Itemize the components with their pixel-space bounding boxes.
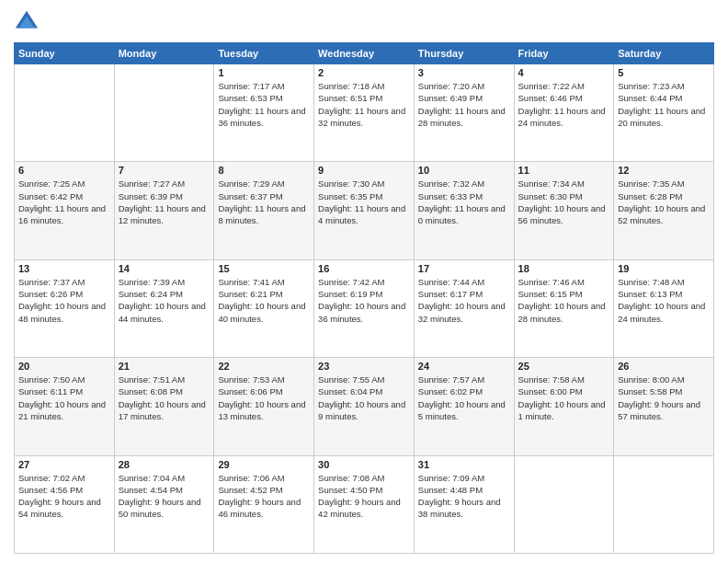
- calendar-cell: 16Sunrise: 7:42 AM Sunset: 6:19 PM Dayli…: [314, 259, 415, 357]
- calendar-cell: 30Sunrise: 7:08 AM Sunset: 4:50 PM Dayli…: [314, 455, 415, 553]
- calendar-week-row: 1Sunrise: 7:17 AM Sunset: 6:53 PM Daylig…: [15, 64, 714, 162]
- calendar-cell: 22Sunrise: 7:53 AM Sunset: 6:06 PM Dayli…: [214, 358, 314, 455]
- cell-sun-info: Sunrise: 7:32 AM Sunset: 6:33 PM Dayligh…: [418, 178, 510, 226]
- calendar-cell: 15Sunrise: 7:41 AM Sunset: 6:21 PM Dayli…: [214, 259, 314, 357]
- cell-day-number: 14: [119, 263, 210, 274]
- cell-sun-info: Sunrise: 7:58 AM Sunset: 6:00 PM Dayligh…: [518, 373, 610, 422]
- calendar-cell: [614, 455, 714, 553]
- cell-sun-info: Sunrise: 7:27 AM Sunset: 6:39 PM Dayligh…: [119, 178, 210, 226]
- calendar-cell: 8Sunrise: 7:29 AM Sunset: 6:37 PM Daylig…: [214, 162, 314, 259]
- cell-sun-info: Sunrise: 7:44 AM Sunset: 6:17 PM Dayligh…: [418, 276, 510, 325]
- cell-day-number: 21: [119, 361, 210, 372]
- calendar-cell: [514, 455, 614, 553]
- cell-day-number: 31: [418, 459, 510, 470]
- logo: [14, 9, 43, 35]
- calendar-cell: [114, 64, 214, 162]
- cell-sun-info: Sunrise: 7:35 AM Sunset: 6:28 PM Dayligh…: [618, 178, 710, 226]
- calendar-cell: 23Sunrise: 7:55 AM Sunset: 6:04 PM Dayli…: [314, 358, 415, 455]
- cell-sun-info: Sunrise: 7:06 AM Sunset: 4:52 PM Dayligh…: [218, 472, 310, 521]
- cell-day-number: 7: [119, 165, 210, 176]
- weekday-header: Saturday: [614, 43, 714, 64]
- cell-sun-info: Sunrise: 7:51 AM Sunset: 6:08 PM Dayligh…: [119, 373, 210, 422]
- cell-sun-info: Sunrise: 7:29 AM Sunset: 6:37 PM Dayligh…: [218, 178, 310, 226]
- cell-day-number: 11: [518, 165, 610, 176]
- cell-day-number: 1: [218, 67, 310, 78]
- calendar-cell: 29Sunrise: 7:06 AM Sunset: 4:52 PM Dayli…: [214, 455, 314, 553]
- calendar-week-row: 6Sunrise: 7:25 AM Sunset: 6:42 PM Daylig…: [15, 162, 714, 259]
- cell-sun-info: Sunrise: 7:23 AM Sunset: 6:44 PM Dayligh…: [618, 80, 710, 129]
- cell-day-number: 2: [318, 67, 410, 78]
- cell-sun-info: Sunrise: 7:42 AM Sunset: 6:19 PM Dayligh…: [318, 276, 410, 325]
- cell-day-number: 27: [18, 459, 110, 470]
- calendar-cell: 28Sunrise: 7:04 AM Sunset: 4:54 PM Dayli…: [114, 455, 214, 553]
- cell-sun-info: Sunrise: 7:34 AM Sunset: 6:30 PM Dayligh…: [518, 178, 610, 226]
- calendar-cell: 3Sunrise: 7:20 AM Sunset: 6:49 PM Daylig…: [414, 64, 514, 162]
- weekday-header: Thursday: [414, 43, 514, 64]
- cell-sun-info: Sunrise: 8:00 AM Sunset: 5:58 PM Dayligh…: [618, 373, 710, 422]
- cell-day-number: 25: [518, 361, 610, 372]
- calendar-cell: 20Sunrise: 7:50 AM Sunset: 6:11 PM Dayli…: [15, 358, 115, 455]
- cell-day-number: 18: [518, 263, 610, 274]
- calendar-cell: 19Sunrise: 7:48 AM Sunset: 6:13 PM Dayli…: [614, 259, 714, 357]
- cell-sun-info: Sunrise: 7:04 AM Sunset: 4:54 PM Dayligh…: [119, 472, 210, 521]
- cell-sun-info: Sunrise: 7:09 AM Sunset: 4:48 PM Dayligh…: [418, 472, 510, 521]
- calendar-cell: 4Sunrise: 7:22 AM Sunset: 6:46 PM Daylig…: [514, 64, 614, 162]
- cell-day-number: 17: [418, 263, 510, 274]
- cell-day-number: 19: [618, 263, 710, 274]
- cell-day-number: 15: [218, 263, 310, 274]
- weekday-header: Friday: [514, 43, 614, 64]
- cell-day-number: 8: [218, 165, 310, 176]
- cell-sun-info: Sunrise: 7:37 AM Sunset: 6:26 PM Dayligh…: [18, 276, 110, 325]
- calendar-cell: 17Sunrise: 7:44 AM Sunset: 6:17 PM Dayli…: [414, 259, 514, 357]
- calendar-cell: 26Sunrise: 8:00 AM Sunset: 5:58 PM Dayli…: [614, 358, 714, 455]
- calendar-header-row: SundayMondayTuesdayWednesdayThursdayFrid…: [15, 43, 714, 64]
- calendar-cell: 1Sunrise: 7:17 AM Sunset: 6:53 PM Daylig…: [214, 64, 314, 162]
- cell-day-number: 13: [18, 263, 110, 274]
- calendar-cell: 9Sunrise: 7:30 AM Sunset: 6:35 PM Daylig…: [314, 162, 415, 259]
- cell-day-number: 28: [119, 459, 210, 470]
- calendar-cell: 21Sunrise: 7:51 AM Sunset: 6:08 PM Dayli…: [114, 358, 214, 455]
- cell-day-number: 29: [218, 459, 310, 470]
- cell-sun-info: Sunrise: 7:53 AM Sunset: 6:06 PM Dayligh…: [218, 373, 310, 422]
- cell-sun-info: Sunrise: 7:20 AM Sunset: 6:49 PM Dayligh…: [418, 80, 510, 129]
- cell-day-number: 20: [18, 361, 110, 372]
- cell-sun-info: Sunrise: 7:50 AM Sunset: 6:11 PM Dayligh…: [18, 373, 110, 422]
- calendar-cell: 7Sunrise: 7:27 AM Sunset: 6:39 PM Daylig…: [114, 162, 214, 259]
- cell-sun-info: Sunrise: 7:08 AM Sunset: 4:50 PM Dayligh…: [318, 472, 410, 521]
- weekday-header: Sunday: [15, 43, 115, 64]
- calendar-cell: 6Sunrise: 7:25 AM Sunset: 6:42 PM Daylig…: [15, 162, 115, 259]
- weekday-header: Tuesday: [214, 43, 314, 64]
- logo-icon: [14, 9, 40, 35]
- page: SundayMondayTuesdayWednesdayThursdayFrid…: [0, 0, 728, 563]
- cell-day-number: 22: [218, 361, 310, 372]
- cell-sun-info: Sunrise: 7:41 AM Sunset: 6:21 PM Dayligh…: [218, 276, 310, 325]
- cell-sun-info: Sunrise: 7:30 AM Sunset: 6:35 PM Dayligh…: [318, 178, 410, 226]
- cell-day-number: 4: [518, 67, 610, 78]
- calendar-cell: 31Sunrise: 7:09 AM Sunset: 4:48 PM Dayli…: [414, 455, 514, 553]
- calendar-cell: 24Sunrise: 7:57 AM Sunset: 6:02 PM Dayli…: [414, 358, 514, 455]
- weekday-header: Wednesday: [314, 43, 415, 64]
- cell-day-number: 12: [618, 165, 710, 176]
- calendar-week-row: 27Sunrise: 7:02 AM Sunset: 4:56 PM Dayli…: [15, 455, 714, 553]
- calendar-cell: 18Sunrise: 7:46 AM Sunset: 6:15 PM Dayli…: [514, 259, 614, 357]
- calendar-cell: 25Sunrise: 7:58 AM Sunset: 6:00 PM Dayli…: [514, 358, 614, 455]
- cell-sun-info: Sunrise: 7:57 AM Sunset: 6:02 PM Dayligh…: [418, 373, 510, 422]
- cell-sun-info: Sunrise: 7:46 AM Sunset: 6:15 PM Dayligh…: [518, 276, 610, 325]
- cell-day-number: 6: [18, 165, 110, 176]
- cell-day-number: 24: [418, 361, 510, 372]
- cell-day-number: 16: [318, 263, 410, 274]
- weekday-header: Monday: [114, 43, 214, 64]
- calendar-cell: 14Sunrise: 7:39 AM Sunset: 6:24 PM Dayli…: [114, 259, 214, 357]
- cell-day-number: 3: [418, 67, 510, 78]
- calendar-cell: 5Sunrise: 7:23 AM Sunset: 6:44 PM Daylig…: [614, 64, 714, 162]
- calendar-cell: 2Sunrise: 7:18 AM Sunset: 6:51 PM Daylig…: [314, 64, 415, 162]
- cell-day-number: 5: [618, 67, 710, 78]
- calendar-cell: 10Sunrise: 7:32 AM Sunset: 6:33 PM Dayli…: [414, 162, 514, 259]
- cell-sun-info: Sunrise: 7:18 AM Sunset: 6:51 PM Dayligh…: [318, 80, 410, 129]
- calendar-week-row: 20Sunrise: 7:50 AM Sunset: 6:11 PM Dayli…: [15, 358, 714, 455]
- calendar-cell: 13Sunrise: 7:37 AM Sunset: 6:26 PM Dayli…: [15, 259, 115, 357]
- cell-sun-info: Sunrise: 7:48 AM Sunset: 6:13 PM Dayligh…: [618, 276, 710, 325]
- cell-sun-info: Sunrise: 7:22 AM Sunset: 6:46 PM Dayligh…: [518, 80, 610, 129]
- calendar-week-row: 13Sunrise: 7:37 AM Sunset: 6:26 PM Dayli…: [15, 259, 714, 357]
- calendar-cell: 27Sunrise: 7:02 AM Sunset: 4:56 PM Dayli…: [15, 455, 115, 553]
